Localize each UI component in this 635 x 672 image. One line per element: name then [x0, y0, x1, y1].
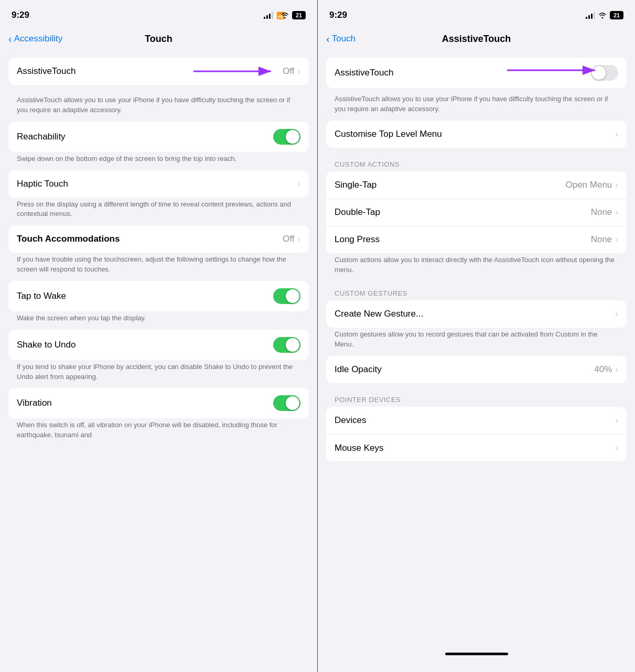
assistive-touch-group: AssistiveTouch Off › [8, 58, 309, 89]
right-back-button[interactable]: ‹ Touch [326, 34, 356, 44]
touch-accommodations-value: Off [283, 234, 294, 244]
right-wifi-icon [598, 12, 607, 18]
custom-actions-header: CUSTOM ACTIONS [326, 152, 627, 171]
right-back-label: Touch [332, 34, 356, 44]
shake-to-undo-card[interactable]: Shake to Undo [8, 330, 309, 360]
shake-to-undo-label: Shake to Undo [17, 340, 76, 350]
wifi-icon [281, 12, 289, 18]
mouse-keys-row[interactable]: Mouse Keys › [326, 434, 627, 461]
touch-accommodations-label: Touch Accommodations [17, 234, 120, 244]
right-back-chevron-icon: ‹ [326, 34, 330, 44]
left-time: 9:29 [12, 10, 29, 20]
right-status-bar: 9:29 21 [318, 0, 635, 26]
right-battery: 21 [610, 11, 623, 19]
right-panel: 9:29 21 ‹ Touch AssistiveTouch [318, 0, 635, 672]
right-nav-bar: ‹ Touch AssistiveTouch [318, 26, 635, 53]
right-assistive-touch-group: AssistiveTouch [326, 58, 627, 92]
vibration-label: Vibration [17, 398, 52, 408]
left-back-button[interactable]: ‹ Accessibility [8, 34, 62, 44]
left-panel: 9:29 📶 21 ‹ Accessibility Touch [0, 0, 317, 672]
touch-accommodations-chevron-icon: › [297, 234, 300, 244]
left-nav-bar: ‹ Accessibility Touch [0, 26, 317, 53]
idle-opacity-row[interactable]: Idle Opacity 40% › [326, 356, 627, 383]
reachability-label: Reachability [17, 132, 66, 142]
long-press-chevron-icon: › [615, 234, 618, 245]
pointer-devices-header: POINTER DEVICES [326, 387, 627, 407]
tap-to-wake-card[interactable]: Tap to Wake [8, 281, 309, 311]
pointer-devices-card: Devices › Mouse Keys › [326, 407, 627, 461]
single-tap-value: Open Menu [565, 180, 612, 190]
signal-icon [264, 12, 273, 19]
right-signal-icon [586, 12, 595, 19]
assistive-touch-card[interactable]: AssistiveTouch Off › [8, 58, 309, 85]
single-tap-label: Single-Tap [335, 180, 376, 190]
long-press-row[interactable]: Long Press None › [326, 226, 627, 253]
tap-to-wake-toggle[interactable] [273, 288, 300, 304]
left-back-chevron-icon: ‹ [8, 34, 12, 44]
home-indicator [445, 653, 508, 655]
touch-accommodations-desc: If you have trouble using the touchscree… [8, 253, 309, 281]
touch-accommodations-row[interactable]: Touch Accommodations Off › [8, 225, 309, 253]
assistive-touch-row[interactable]: AssistiveTouch Off › [8, 58, 309, 85]
tap-to-wake-label: Tap to Wake [17, 291, 66, 301]
haptic-touch-row[interactable]: Haptic Touch › [8, 170, 309, 198]
shake-to-undo-desc: If you tend to shake your iPhone by acci… [8, 360, 309, 388]
right-content: AssistiveTouch AssistiveTouch allows you… [318, 53, 635, 672]
create-gesture-chevron-icon: › [615, 309, 618, 319]
haptic-touch-chevron-icon: › [297, 179, 300, 189]
right-assistive-touch-row[interactable]: AssistiveTouch [326, 58, 627, 88]
right-assistive-touch-toggle[interactable] [591, 65, 618, 81]
customise-menu-row[interactable]: Customise Top Level Menu › [326, 121, 627, 148]
haptic-touch-desc: Press on the display using a different l… [8, 198, 309, 226]
reachability-toggle[interactable] [273, 129, 300, 145]
customise-menu-chevron-icon: › [615, 129, 618, 139]
customise-menu-card[interactable]: Customise Top Level Menu › [326, 121, 627, 148]
reachability-row[interactable]: Reachability [8, 122, 309, 152]
mouse-keys-chevron-icon: › [615, 443, 618, 453]
long-press-value: None [591, 234, 612, 245]
reachability-card[interactable]: Reachability [8, 122, 309, 152]
haptic-touch-label: Haptic Touch [17, 179, 68, 189]
idle-opacity-label: Idle Opacity [335, 364, 382, 375]
shake-to-undo-row[interactable]: Shake to Undo [8, 330, 309, 360]
idle-opacity-value: 40% [594, 364, 612, 375]
vibration-card[interactable]: Vibration [8, 388, 309, 418]
devices-chevron-icon: › [615, 415, 618, 426]
mouse-keys-label: Mouse Keys [335, 443, 384, 453]
left-status-bar: 9:29 📶 21 [0, 0, 317, 26]
right-assistive-touch-card[interactable]: AssistiveTouch [326, 58, 627, 88]
right-assistive-touch-label: AssistiveTouch [335, 68, 393, 78]
right-time: 9:29 [329, 10, 347, 20]
haptic-touch-card[interactable]: Haptic Touch › [8, 170, 309, 198]
devices-label: Devices [335, 415, 366, 426]
tap-to-wake-desc: Wake the screen when you tap the display… [8, 311, 309, 330]
double-tap-chevron-icon: › [615, 207, 618, 218]
right-status-icons: 21 [586, 11, 623, 19]
vibration-row[interactable]: Vibration [8, 388, 309, 418]
create-gesture-label: Create New Gesture... [335, 309, 423, 319]
create-gesture-row[interactable]: Create New Gesture... › [326, 300, 627, 328]
assistive-touch-label: AssistiveTouch [17, 66, 76, 77]
shake-to-undo-toggle[interactable] [273, 337, 300, 353]
tap-to-wake-row[interactable]: Tap to Wake [8, 281, 309, 311]
idle-opacity-card[interactable]: Idle Opacity 40% › [326, 356, 627, 383]
vibration-toggle[interactable] [273, 395, 300, 411]
custom-gestures-card[interactable]: Create New Gesture... › [326, 300, 627, 328]
left-back-label: Accessibility [14, 34, 63, 44]
customise-menu-label: Customise Top Level Menu [335, 129, 442, 139]
devices-row[interactable]: Devices › [326, 407, 627, 434]
double-tap-value: None [591, 207, 612, 218]
vibration-desc: When this switch is off, all vibration o… [8, 418, 309, 447]
single-tap-row[interactable]: Single-Tap Open Menu › [326, 171, 627, 199]
custom-actions-desc: Custom actions allow you to interact dir… [326, 253, 627, 281]
custom-gestures-desc: Custom gestures allow you to record gest… [326, 328, 627, 356]
assistive-touch-chevron-icon: › [297, 66, 300, 77]
custom-gestures-header: CUSTOM GESTURES [326, 281, 627, 300]
assistive-touch-value: Off [283, 66, 294, 77]
double-tap-row[interactable]: Double-Tap None › [326, 199, 627, 226]
left-status-icons: 📶 21 [264, 11, 306, 19]
reachability-desc: Swipe down on the bottom edge of the scr… [8, 152, 309, 170]
touch-accommodations-card[interactable]: Touch Accommodations Off › [8, 225, 309, 253]
right-assistive-touch-desc: AssistiveTouch allows you to use your iP… [326, 92, 627, 121]
left-battery: 21 [292, 11, 306, 19]
